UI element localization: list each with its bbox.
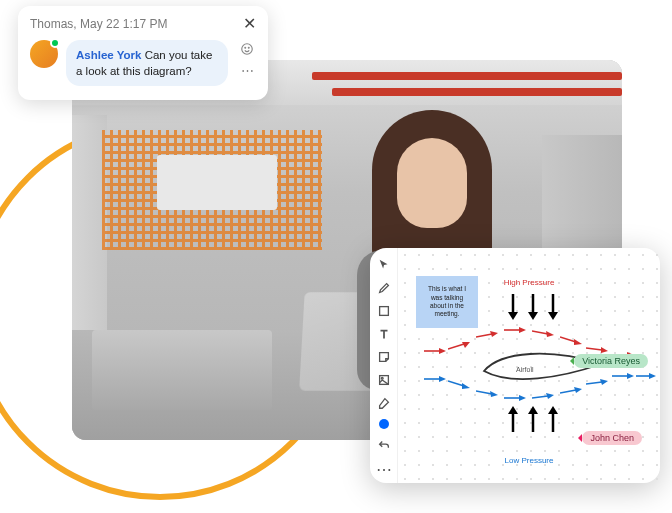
react-emoji-icon[interactable] xyxy=(238,40,256,58)
close-icon[interactable]: ✕ xyxy=(243,16,256,32)
avatar[interactable] xyxy=(30,40,58,68)
svg-line-22 xyxy=(476,334,492,337)
label-high-pressure: High Pressure xyxy=(504,278,555,287)
arrow-flow-red-icon xyxy=(532,328,554,338)
mention: Ashlee York xyxy=(76,49,141,61)
svg-marker-23 xyxy=(490,331,498,337)
arrow-down-icon xyxy=(546,292,560,320)
svg-marker-29 xyxy=(574,339,582,345)
svg-line-30 xyxy=(586,348,602,350)
svg-rect-3 xyxy=(379,307,388,316)
arrow-flow-red-icon xyxy=(504,326,526,334)
whiteboard-panel: ⋯ This is what I was talking about in th… xyxy=(370,248,660,483)
svg-line-26 xyxy=(532,331,548,334)
svg-marker-9 xyxy=(528,312,538,320)
color-blue-icon[interactable] xyxy=(376,419,392,429)
presence-indicator xyxy=(50,38,60,48)
whiteboard-toolbar: ⋯ xyxy=(370,248,398,483)
svg-point-1 xyxy=(245,47,246,48)
svg-point-0 xyxy=(242,44,253,55)
svg-line-28 xyxy=(560,337,576,342)
svg-marker-47 xyxy=(600,379,608,385)
arrow-up-icon xyxy=(506,406,520,434)
svg-line-42 xyxy=(532,396,548,398)
chat-timestamp: Thomas, May 22 1:17 PM xyxy=(30,17,167,31)
text-tool-icon[interactable] xyxy=(376,327,392,341)
sticky-note[interactable]: This is what I was talking about in the … xyxy=(416,276,478,328)
select-tool-icon[interactable] xyxy=(376,258,392,272)
shape-tool-icon[interactable] xyxy=(376,304,392,318)
arrow-flow-blue-icon xyxy=(560,386,582,396)
svg-marker-19 xyxy=(439,348,446,354)
svg-marker-31 xyxy=(601,347,608,353)
svg-marker-13 xyxy=(508,406,518,414)
svg-marker-49 xyxy=(627,373,634,379)
svg-marker-17 xyxy=(548,406,558,414)
arrow-flow-blue-icon xyxy=(476,388,498,398)
svg-marker-15 xyxy=(528,406,538,414)
svg-marker-41 xyxy=(519,395,526,401)
svg-marker-51 xyxy=(649,373,656,379)
arrow-down-icon xyxy=(506,292,520,320)
label-airfoil: Airfoil xyxy=(516,366,534,373)
arrow-up-icon xyxy=(546,406,560,434)
arrow-down-icon xyxy=(526,292,540,320)
svg-marker-37 xyxy=(462,383,470,389)
svg-marker-7 xyxy=(508,312,518,320)
svg-marker-45 xyxy=(574,387,582,393)
svg-marker-27 xyxy=(546,331,554,337)
svg-line-20 xyxy=(448,344,464,349)
svg-point-2 xyxy=(248,47,249,48)
arrow-flow-red-icon xyxy=(448,340,470,352)
arrow-flow-blue-icon xyxy=(532,392,554,402)
svg-line-46 xyxy=(586,382,602,384)
arrow-flow-red-icon xyxy=(424,346,446,356)
eraser-tool-icon[interactable] xyxy=(376,396,392,410)
arrow-up-icon xyxy=(526,406,540,434)
sticky-tool-icon[interactable] xyxy=(376,350,392,364)
arrow-flow-blue-icon xyxy=(636,372,656,380)
svg-marker-43 xyxy=(546,393,554,399)
whiteboard-canvas[interactable]: This is what I was talking about in the … xyxy=(398,248,660,483)
more-tools-icon[interactable]: ⋯ xyxy=(376,461,392,477)
svg-marker-35 xyxy=(439,376,446,382)
svg-marker-25 xyxy=(519,327,526,333)
pen-tool-icon[interactable] xyxy=(376,281,392,295)
svg-line-44 xyxy=(560,390,576,393)
svg-point-5 xyxy=(381,377,383,379)
svg-line-36 xyxy=(448,381,464,386)
image-tool-icon[interactable] xyxy=(376,373,392,387)
svg-marker-11 xyxy=(548,312,558,320)
arrow-flow-blue-icon xyxy=(586,378,608,388)
arrow-flow-blue-icon xyxy=(424,374,446,384)
arrow-flow-red-icon xyxy=(476,330,498,340)
collaborator-cursor-john: John Chen xyxy=(582,431,642,445)
chat-notification: Thomas, May 22 1:17 PM ✕ Ashlee York Can… xyxy=(18,6,268,100)
arrow-flow-blue-icon xyxy=(612,372,634,380)
undo-tool-icon[interactable] xyxy=(376,438,392,452)
collaborator-cursor-victoria: Victoria Reyes xyxy=(574,354,648,368)
more-options-icon[interactable]: ⋯ xyxy=(238,61,256,79)
arrow-flow-red-icon xyxy=(586,344,608,354)
label-low-pressure: Low Pressure xyxy=(505,456,554,465)
arrow-flow-blue-icon xyxy=(504,394,526,402)
chat-message-bubble[interactable]: Ashlee York Can you take a look at this … xyxy=(66,40,228,86)
arrow-flow-red-icon xyxy=(560,334,582,346)
svg-marker-39 xyxy=(490,391,498,397)
svg-line-38 xyxy=(476,391,492,394)
arrow-flow-blue-icon xyxy=(448,378,470,390)
